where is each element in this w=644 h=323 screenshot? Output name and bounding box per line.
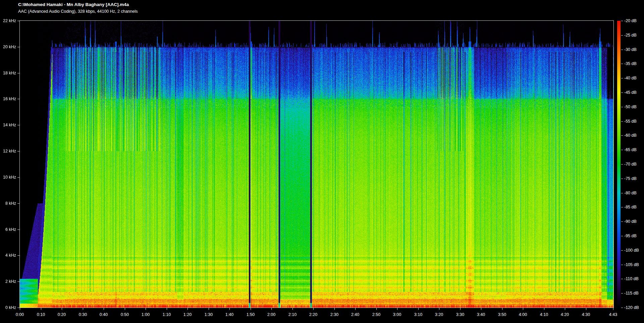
time-tick-label: 4:20 bbox=[555, 312, 574, 317]
db-colorbar bbox=[617, 21, 621, 308]
frequency-tick-label: 6 kHz bbox=[0, 227, 16, 232]
time-tick-label: 2:00 bbox=[262, 312, 281, 317]
time-tick bbox=[376, 308, 377, 310]
time-tick-label: 1:00 bbox=[136, 312, 155, 317]
frequency-tick-label: 16 kHz bbox=[0, 96, 16, 102]
time-tick-label: 0:00 bbox=[10, 312, 29, 317]
time-tick bbox=[292, 308, 293, 310]
frequency-tick-label: 2 kHz bbox=[0, 279, 16, 284]
time-tick bbox=[146, 308, 146, 310]
time-tick-label: 2:40 bbox=[346, 312, 365, 317]
db-tick-label: -100 dB bbox=[624, 248, 639, 253]
frequency-tick-label: 12 kHz bbox=[0, 148, 16, 154]
db-tick bbox=[621, 193, 623, 193]
time-tick bbox=[334, 308, 335, 310]
spek-window: { "window": { "title": "C:\\Mohamed Hama… bbox=[0, 0, 644, 323]
time-tick bbox=[271, 308, 272, 310]
db-tick bbox=[621, 92, 623, 93]
time-tick-label: 1:40 bbox=[220, 312, 239, 317]
db-tick-label: -95 dB bbox=[624, 233, 637, 239]
db-tick bbox=[621, 221, 623, 222]
time-tick bbox=[544, 308, 544, 310]
db-tick-label: -40 dB bbox=[624, 75, 637, 81]
time-tick-label: 0:10 bbox=[32, 312, 50, 317]
db-tick bbox=[621, 250, 623, 251]
frequency-tick bbox=[17, 177, 20, 178]
db-tick-label: -85 dB bbox=[624, 204, 637, 210]
db-tick bbox=[621, 308, 623, 308]
time-tick-label: 4:30 bbox=[577, 312, 595, 317]
file-path-title: C:\Mohamed Hamaki - Mn Alby Baghany [AAC… bbox=[18, 2, 129, 7]
time-tick bbox=[187, 308, 188, 310]
db-tick-label: -35 dB bbox=[624, 61, 637, 66]
db-tick bbox=[621, 179, 623, 179]
db-tick bbox=[621, 78, 623, 78]
time-tick bbox=[397, 308, 397, 310]
time-tick-label: 4:00 bbox=[514, 312, 532, 317]
time-tick bbox=[481, 308, 481, 310]
db-tick bbox=[621, 50, 623, 50]
db-tick bbox=[621, 64, 623, 64]
time-tick-label: 3:40 bbox=[472, 312, 490, 317]
db-tick-label: -120 dB bbox=[624, 305, 639, 310]
time-tick bbox=[167, 308, 167, 310]
frequency-tick-label: 22 kHz bbox=[0, 18, 16, 23]
time-tick bbox=[209, 308, 209, 310]
db-tick bbox=[621, 164, 623, 165]
frequency-tick bbox=[17, 125, 20, 125]
frequency-tick bbox=[17, 230, 20, 230]
db-tick-label: -70 dB bbox=[624, 162, 637, 167]
frequency-tick-label: 20 kHz bbox=[0, 44, 16, 50]
db-tick bbox=[621, 279, 623, 279]
frequency-tick bbox=[17, 255, 20, 256]
db-tick-label: -45 dB bbox=[624, 90, 637, 95]
time-tick-label: 4:43 bbox=[604, 312, 623, 317]
time-tick bbox=[502, 308, 502, 310]
time-tick-label: 0:20 bbox=[52, 312, 71, 317]
frequency-tick bbox=[17, 151, 20, 151]
db-tick-label: -55 dB bbox=[624, 119, 637, 124]
time-tick-label: 0:30 bbox=[73, 312, 92, 317]
db-tick-label: -105 dB bbox=[624, 262, 639, 267]
frequency-tick-label: 14 kHz bbox=[0, 122, 16, 128]
db-tick bbox=[621, 207, 623, 207]
frequency-tick bbox=[17, 73, 20, 73]
time-tick-label: 2:50 bbox=[367, 312, 386, 317]
frequency-tick-label: 10 kHz bbox=[0, 175, 16, 180]
db-tick-label: -25 dB bbox=[624, 33, 637, 38]
time-tick bbox=[83, 308, 83, 310]
db-tick bbox=[621, 236, 623, 236]
db-tick-label: -20 dB bbox=[624, 18, 637, 23]
frequency-tick bbox=[17, 281, 20, 282]
frequency-tick bbox=[17, 308, 20, 308]
time-tick-label: 2:30 bbox=[325, 312, 344, 317]
db-tick-label: -75 dB bbox=[624, 176, 637, 181]
time-tick-label: 0:40 bbox=[94, 312, 113, 317]
db-tick bbox=[621, 107, 623, 107]
db-tick bbox=[621, 265, 623, 265]
time-tick-label: 2:20 bbox=[304, 312, 323, 317]
time-tick bbox=[251, 308, 251, 310]
time-tick bbox=[523, 308, 523, 310]
frequency-tick-label: 4 kHz bbox=[0, 253, 16, 258]
time-tick bbox=[62, 308, 62, 310]
db-tick bbox=[621, 35, 623, 36]
time-tick bbox=[586, 308, 586, 310]
time-tick bbox=[460, 308, 461, 310]
frequency-tick-label: 18 kHz bbox=[0, 70, 16, 76]
frequency-tick bbox=[17, 99, 20, 99]
time-tick bbox=[104, 308, 104, 310]
db-tick-label: -80 dB bbox=[624, 190, 637, 196]
time-tick bbox=[565, 308, 565, 310]
db-tick-label: -30 dB bbox=[624, 47, 637, 52]
spectrogram-canvas[interactable] bbox=[20, 21, 613, 308]
db-tick-label: -90 dB bbox=[624, 219, 637, 224]
time-tick-label: 0:50 bbox=[115, 312, 134, 317]
time-tick bbox=[313, 308, 314, 310]
db-tick bbox=[621, 150, 623, 150]
db-tick-label: -115 dB bbox=[624, 290, 639, 296]
db-tick-label: -50 dB bbox=[624, 104, 637, 110]
db-tick bbox=[621, 135, 623, 136]
time-tick-label: 2:10 bbox=[283, 312, 302, 317]
time-tick bbox=[613, 308, 613, 310]
